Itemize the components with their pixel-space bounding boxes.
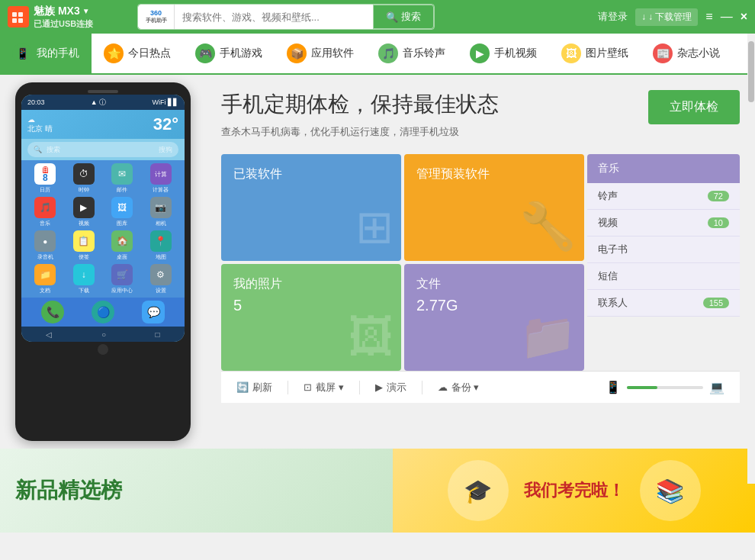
phone-app-desktop[interactable]: 🏠 桌面 xyxy=(104,230,140,261)
minimize-icon[interactable]: — xyxy=(721,10,733,24)
tile-preinstalled-label: 管理预装软件 xyxy=(416,166,572,182)
scrollbar[interactable] xyxy=(747,34,755,484)
phone-app-store-label: 应用中心 xyxy=(111,287,133,294)
nav-label-games: 手机游戏 xyxy=(220,47,262,60)
recorder-icon: ● xyxy=(34,230,56,252)
hero-title: 手机定期体检，保持最佳状态 xyxy=(221,90,499,119)
screenshot-icon: ⊡ xyxy=(304,381,312,393)
sidebar-label-ebook: 电子书 xyxy=(598,243,628,256)
svg-rect-2 xyxy=(12,18,17,23)
nav-item-hot[interactable]: ⭐ 今日热点 xyxy=(92,34,183,73)
dock-msg-icon: 💬 xyxy=(142,301,165,323)
scroll-thumb[interactable] xyxy=(748,41,754,102)
phone-device: 20:03 ▲ ⓘ WiFi ▋▋ ☁ 北京 晴 32° 🔍 搜索 xyxy=(15,82,191,441)
tile-files[interactable]: 文件 2.77G 📁 xyxy=(404,264,584,371)
phone-app-gallery[interactable]: 🖼 图库 xyxy=(104,197,140,227)
files-icon: 📁 xyxy=(34,264,56,285)
nav-label-my-phone: 我的手机 xyxy=(37,47,79,60)
search-button[interactable]: 🔍 搜索 xyxy=(373,5,434,29)
refresh-icon: 🔄 xyxy=(236,381,249,393)
backup-icon: ☁ xyxy=(438,381,448,393)
gallery-icon: 🖼 xyxy=(111,197,133,218)
nav-item-video[interactable]: ▶ 手机视频 xyxy=(458,34,549,73)
phone-app-settings[interactable]: ⚙ 设置 xyxy=(143,264,179,294)
brand-arrow-icon[interactable]: ▼ xyxy=(82,7,90,15)
backup-button[interactable]: ☁ 备份 ▾ xyxy=(438,381,495,394)
tile-photos[interactable]: 我的照片 5 🖼 xyxy=(221,264,401,371)
camera-icon: 📷 xyxy=(150,197,172,218)
phone-app-video[interactable]: ▶ 视频 xyxy=(66,197,102,227)
tile-installed-bg-icon: ⊞ xyxy=(355,200,394,253)
phone-app-map-label: 地图 xyxy=(156,253,166,261)
phone-app-map[interactable]: 📍 地图 xyxy=(143,230,179,261)
sidebar-row-ebook[interactable]: 电子书 xyxy=(587,237,740,263)
dock-phone-icon: 📞 xyxy=(41,301,64,323)
phone-app-mail[interactable]: ✉ 邮件 xyxy=(104,163,140,194)
phone-home-icon: ○ xyxy=(101,330,106,339)
phone-search-bar[interactable]: 🔍 搜索 搜狗 xyxy=(27,142,178,157)
store-icon: 🛒 xyxy=(111,264,133,285)
phone-app-camera[interactable]: 📷 相机 xyxy=(143,197,179,227)
phone-app-files[interactable]: 📁 文档 xyxy=(27,264,63,294)
svg-rect-0 xyxy=(12,12,17,17)
phone-app-recorder[interactable]: ● 录音机 xyxy=(27,230,63,261)
sidebar-panel-header: 音乐 xyxy=(587,154,740,183)
nav-item-music[interactable]: 🎵 音乐铃声 xyxy=(366,34,458,73)
menu-icon[interactable]: ≡ xyxy=(705,10,712,24)
demo-label: 演示 xyxy=(387,381,406,394)
phone-app-video-label: 视频 xyxy=(79,220,89,227)
phone-nav-bar: ◁ ○ □ xyxy=(21,327,185,342)
phone-dock-app-3[interactable]: 💬 xyxy=(142,301,165,323)
nav-item-wallpaper[interactable]: 🖼 图片壁纸 xyxy=(549,34,641,73)
phone-app-gallery-label: 图库 xyxy=(117,220,127,227)
sidebar-row-contacts[interactable]: 联系人 155 xyxy=(587,290,740,317)
tile-installed-software[interactable]: 已装软件 ⊞ xyxy=(221,154,401,261)
settings-icon: ⚙ xyxy=(150,264,172,285)
nav-item-magazine[interactable]: 📰 杂志小说 xyxy=(641,34,732,73)
footer-left-section[interactable]: 新品精选榜 xyxy=(0,449,393,533)
sidebar-row-sms[interactable]: 短信 xyxy=(587,263,740,290)
demo-button[interactable]: ▶ 演示 xyxy=(375,381,422,394)
phone-mockup-section: 20:03 ▲ ⓘ WiFi ▋▋ ☁ 北京 晴 32° 🔍 搜索 xyxy=(0,75,206,449)
sidebar-row-video[interactable]: 视频 10 xyxy=(587,210,740,237)
tile-preinstalled[interactable]: 管理预装软件 🔧 xyxy=(404,154,584,261)
zoom-slider-track[interactable] xyxy=(627,386,703,389)
tile-preinstalled-bg-icon: 🔧 xyxy=(519,199,577,253)
phone-dock-app-1[interactable]: 📞 xyxy=(41,301,64,323)
calendar-icon: 日8 xyxy=(34,163,56,185)
screenshot-button[interactable]: ⊡ 截屏 ▾ xyxy=(304,381,360,394)
footer-right-section[interactable]: 🎓 我们考完啦！ 📚 xyxy=(393,449,755,533)
phone-app-clock[interactable]: ⏱ 时钟 xyxy=(66,163,102,194)
footer-banner-text: 我们考完啦！ xyxy=(524,479,625,502)
download-manager-button[interactable]: ↓ ↓ 下载管理 xyxy=(635,8,698,26)
phone-time: 20:03 xyxy=(27,98,45,106)
phone-app-calc[interactable]: 计算 计算器 xyxy=(143,163,179,194)
refresh-button[interactable]: 🔄 刷新 xyxy=(236,381,288,394)
phone-app-notes[interactable]: 📋 便签 xyxy=(66,230,102,261)
search-input[interactable] xyxy=(175,5,373,29)
phone-app-download[interactable]: ↓ 下载 xyxy=(66,264,102,294)
close-icon[interactable]: × xyxy=(741,10,747,24)
phone-home-button[interactable] xyxy=(98,344,108,355)
brand-icon xyxy=(8,6,29,27)
main-tiles: 已装软件 ⊞ 管理预装软件 🔧 我的照片 5 🖼 文件 2.77G 📁 xyxy=(221,154,584,371)
notes-icon: 📋 xyxy=(73,230,95,252)
footer-banner: 新品精选榜 🎓 我们考完啦！ 📚 xyxy=(0,449,755,533)
phone-app-music[interactable]: 🎵 音乐 xyxy=(27,197,63,227)
phone-status-icons: ▲ ⓘ xyxy=(91,98,106,108)
phone-menu-icon: □ xyxy=(156,330,160,339)
refresh-label: 刷新 xyxy=(252,381,272,394)
action-bottom-bar: 🔄 刷新 ⊡ 截屏 ▾ ▶ 演示 ☁ 备份 ▾ 📱 💻 xyxy=(221,371,740,403)
nav-item-apps[interactable]: 📦 应用软件 xyxy=(275,34,366,73)
phone-weather-left: ☁ 北京 晴 xyxy=(27,115,53,134)
nav-item-my-phone[interactable]: 📱 我的手机 xyxy=(0,34,92,73)
sidebar-label-video: 视频 xyxy=(598,216,618,230)
sidebar-row-ringtone[interactable]: 铃声 72 xyxy=(587,183,740,210)
login-link[interactable]: 请登录 xyxy=(598,10,628,24)
check-now-button[interactable]: 立即体检 xyxy=(648,90,740,124)
phone-app-calendar[interactable]: 日8 日历 xyxy=(27,163,63,194)
phone-dock-app-2[interactable]: 🔵 xyxy=(92,301,114,323)
phone-app-camera-label: 相机 xyxy=(156,220,166,227)
nav-item-games[interactable]: 🎮 手机游戏 xyxy=(183,34,275,73)
phone-app-store[interactable]: 🛒 应用中心 xyxy=(104,264,140,294)
